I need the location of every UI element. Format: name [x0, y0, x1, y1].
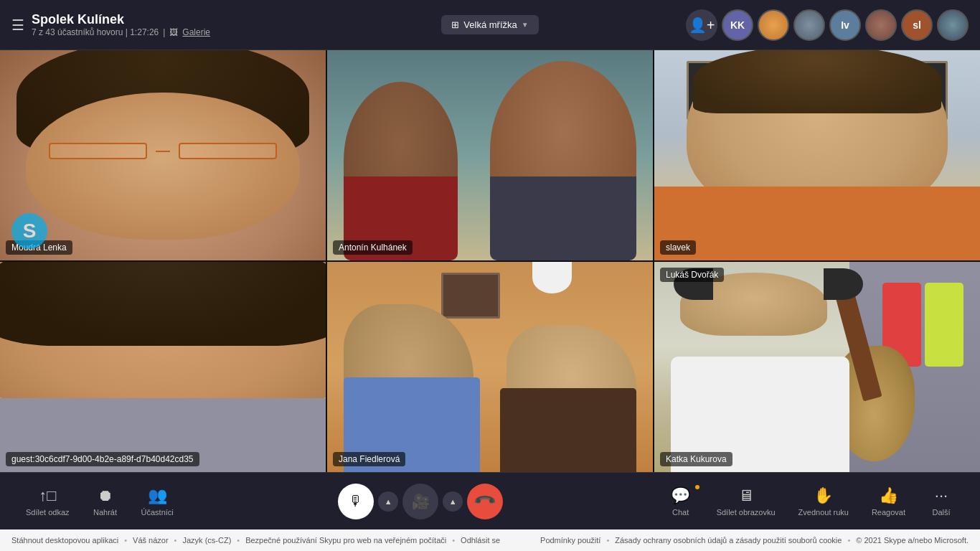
chevron-down-icon: ▼ [522, 21, 529, 29]
grid-icon: ⊞ [451, 19, 459, 30]
title-block: Spolek Kulínek 7 z 43 účastníků hovoru |… [32, 12, 210, 37]
separator: | [163, 27, 165, 37]
toolbar: ↑□ Sdílet odkaz ⏺ Nahrát 👥 Účastníci 🎙 ▲… [0, 472, 980, 529]
end-call-button[interactable]: 📞 [460, 476, 511, 527]
call-title: Spolek Kulínek [32, 12, 210, 27]
gallery-link[interactable]: Galerie [182, 27, 210, 37]
mute-button[interactable]: 🎙 [338, 484, 374, 519]
participants-icon: 👥 [148, 486, 167, 505]
share-screen-button[interactable]: 🖥 Sdílet obrazovku [708, 482, 784, 521]
participants-button[interactable]: 👥 Účastníci [133, 482, 182, 521]
hamburger-menu[interactable]: ☰ [11, 17, 24, 34]
footer: Stáhnout desktopovou aplikaci • Váš názo… [0, 529, 980, 551]
chevron-up-icon: ▲ [385, 497, 392, 506]
call-subtitle: 7 z 43 účastníků hovoru | 1:27:26 | 🖼 Ga… [32, 27, 210, 37]
terms-link[interactable]: Podmínky použití [540, 536, 600, 545]
chat-badge-wrapper: 💬 Chat [659, 482, 702, 521]
add-participant-button[interactable]: 👤+ [686, 9, 717, 41]
video-cell-moudra-lenka: Moudrá Lenka S [0, 50, 326, 260]
add-person-icon: 👤+ [689, 17, 715, 34]
video-label-guest: guest:30c6cdf7-9d00-4b2e-a89f-d7b40d42cd… [6, 452, 199, 466]
share-link-label: Sdílet odkaz [26, 508, 70, 517]
more-label: Další [932, 508, 950, 517]
video-label-jana: Jana Fiedlerová [333, 452, 405, 466]
video-cell-jana: Jana Fiedlerová [327, 262, 653, 472]
record-label: Nahrát [93, 508, 117, 517]
participants-label: Účastníci [141, 508, 174, 517]
language-link[interactable]: Jazyk (cs-CZ) [182, 536, 231, 545]
header: ☰ Spolek Kulínek 7 z 43 účastníků hovoru… [0, 0, 980, 50]
record-icon: ⏺ [98, 486, 113, 505]
record-button[interactable]: ⏺ Nahrát [84, 482, 127, 521]
video-toggle-button[interactable]: 🎥 [402, 484, 438, 519]
avatar-kk[interactable]: KK [722, 9, 753, 41]
share-link-icon: ↑□ [39, 486, 56, 505]
video-icon: 🎥 [412, 493, 430, 510]
video-feed-6 [654, 262, 980, 472]
feedback-link[interactable]: Váš názor [133, 536, 169, 545]
video-cell-slavek: slavek [654, 50, 980, 260]
react-label: Reagovat [872, 508, 905, 517]
react-button[interactable]: 👍 Reagovat [863, 482, 914, 521]
video-grid: Moudrá Lenka S Antonín Kulhánek [0, 50, 980, 472]
privacy-link[interactable]: Zásady ochrany osobních údajů a zásady p… [615, 536, 842, 545]
video-options-button[interactable]: ▲ [443, 491, 463, 512]
header-left: ☰ Spolek Kulínek 7 z 43 účastníků hovoru… [11, 12, 441, 37]
video-feed-3 [654, 50, 980, 260]
chat-notification-badge [694, 484, 701, 491]
mic-options-button[interactable]: ▲ [378, 491, 398, 512]
avatar-group2[interactable] [937, 9, 969, 41]
download-app-link[interactable]: Stáhnout desktopovou aplikaci [11, 536, 118, 545]
gallery-icon: 🖼 [169, 27, 178, 37]
toolbar-right: 💬 Chat 🖥 Sdílet obrazovku ✋ Zvednout ruk… [659, 482, 963, 521]
mic-icon: 🎙 [349, 493, 363, 509]
thumbs-up-icon: 👍 [879, 486, 898, 505]
view-label: Velká mřížka [463, 19, 517, 30]
safety-link[interactable]: Bezpečné používání Skypu pro web na veře… [245, 536, 446, 545]
video-cell-guest: guest:30c6cdf7-9d00-4b2e-a89f-d7b40d42cd… [0, 262, 326, 472]
phone-icon: 📞 [473, 489, 498, 514]
video-label-antonin: Antonín Kulhánek [333, 240, 413, 255]
chat-label: Chat [672, 508, 689, 517]
video-feed-5 [327, 262, 653, 472]
skype-watermark: S [11, 213, 47, 249]
avatar-lv[interactable]: Iv [829, 9, 861, 41]
raise-hand-icon: ✋ [814, 486, 833, 505]
chevron-up-icon-2: ▲ [449, 497, 457, 506]
video-feed-4 [0, 262, 326, 472]
chat-icon: 💬 [671, 486, 690, 505]
video-cell-katka: Lukáš Dvořák Katka Kukurova [654, 262, 980, 472]
share-screen-icon: 🖥 [738, 486, 754, 505]
avatar-cat[interactable] [758, 9, 789, 41]
more-icon: ··· [935, 486, 948, 505]
more-button[interactable]: ··· Další [920, 482, 963, 521]
avatar-sl[interactable]: sl [901, 9, 933, 41]
avatar-man1[interactable] [865, 9, 897, 41]
share-screen-label: Sdílet obrazovku [717, 508, 776, 517]
video-label-katka: Katka Kukurova [660, 452, 732, 466]
video-cell-antonin: Antonín Kulhánek [327, 50, 653, 260]
video-feed-1 [0, 50, 326, 260]
header-right: 👤+ KK Iv sl [539, 9, 969, 41]
copyright-text: © 2021 Skype a/nebo Microsoft. [856, 536, 969, 545]
raise-hand-label: Zvednout ruku [798, 508, 849, 517]
video-label-slavek: slavek [660, 240, 696, 255]
video-label-lukas: Lukáš Dvořák [660, 268, 724, 282]
signout-link[interactable]: Odhlásit se [461, 536, 500, 545]
toolbar-left: ↑□ Sdílet odkaz ⏺ Nahrát 👥 Účastníci [17, 482, 182, 521]
toolbar-center: 🎙 ▲ 🎥 ▲ 📞 [338, 484, 503, 519]
view-mode-button[interactable]: ⊞ Velká mřížka ▼ [441, 15, 538, 34]
call-info: 7 z 43 účastníků hovoru | 1:27:26 [32, 27, 159, 37]
raise-hand-button[interactable]: ✋ Zvednout ruku [790, 482, 857, 521]
avatar-group[interactable] [793, 9, 825, 41]
video-feed-2 [327, 50, 653, 260]
header-center: ⊞ Velká mřížka ▼ [441, 15, 538, 34]
share-link-button[interactable]: ↑□ Sdílet odkaz [17, 482, 78, 521]
